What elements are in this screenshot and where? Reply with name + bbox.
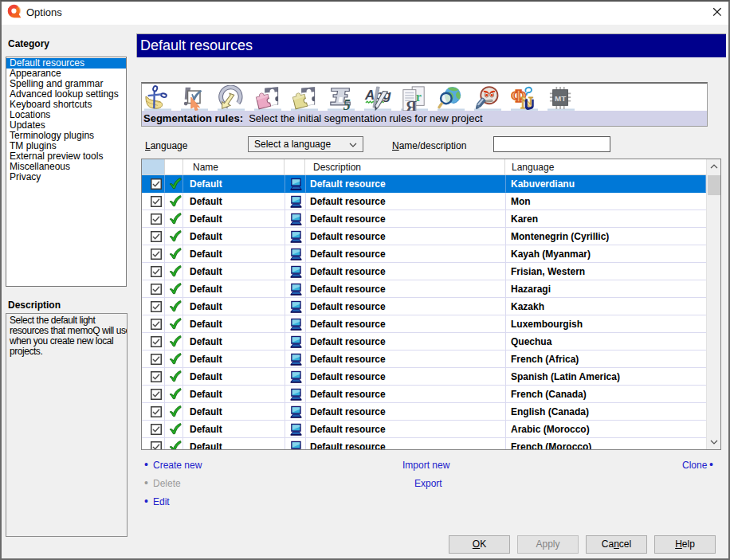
svg-text:MT: MT bbox=[555, 94, 566, 103]
